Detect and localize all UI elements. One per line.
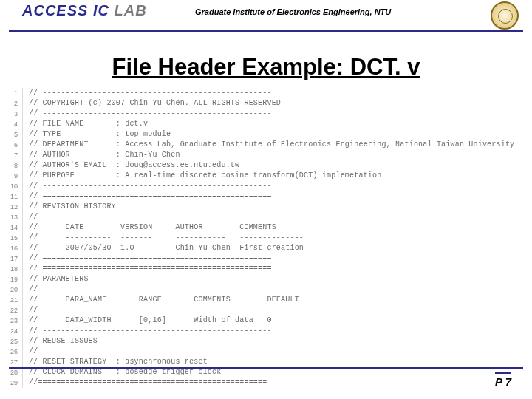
code-text: // (29, 284, 38, 295)
code-line: 9// PURPOSE : A real-time discrete cosin… (0, 171, 525, 181)
code-line: 22// ------------- -------- ------------… (0, 305, 525, 316)
code-text: // TYPE : top module (29, 129, 171, 140)
code-line: 4// FILE NAME : dct.v (0, 119, 525, 129)
code-line: 8// AUTHOR'S EMAIL : doug@access.ee.ntu.… (0, 160, 525, 171)
code-text: // =====================================… (29, 191, 272, 202)
line-number: 7 (0, 150, 23, 160)
code-text: // -------------------------------------… (29, 109, 272, 119)
lab-name: ACCESS IC LAB (22, 2, 147, 19)
code-line: 2// COPYRIGHT (c) 2007 Chin Yu Chen. ALL… (0, 98, 525, 109)
line-number: 24 (0, 326, 23, 336)
code-text: // COPYRIGHT (c) 2007 Chin Yu Chen. ALL … (29, 98, 281, 109)
code-line: 27// RESET STRATEGY : asynchronous reset (0, 357, 525, 367)
line-number: 4 (0, 119, 23, 129)
line-number: 9 (0, 171, 23, 181)
code-line: 17// ===================================… (0, 253, 525, 264)
code-line: 19// PARAMETERS (0, 274, 525, 284)
line-number: 6 (0, 140, 23, 150)
code-text: // PARA_NAME RANGE COMMENTS DEFAULT (29, 295, 299, 305)
code-line: 16// 2007/05/30 1.0 Chin-Yu Chen First c… (0, 243, 525, 253)
code-line: 12// REVISION HISTORY (0, 202, 525, 212)
code-text: // FILE NAME : dct.v (29, 119, 148, 129)
slide-header: ACCESS IC LAB Graduate Institute of Elec… (9, 0, 523, 32)
code-line: 29//====================================… (0, 378, 525, 388)
line-number: 22 (0, 305, 23, 316)
line-number: 13 (0, 212, 23, 222)
line-number: 16 (0, 243, 23, 253)
line-number: 1 (0, 88, 23, 98)
line-number: 8 (0, 160, 23, 171)
line-number: 3 (0, 109, 23, 119)
code-text: // -------------------------------------… (29, 181, 272, 191)
page-number: P 7 (495, 372, 511, 388)
line-number: 29 (0, 378, 23, 388)
slide-title: File Header Example: DCT. v (0, 54, 532, 81)
line-number: 17 (0, 253, 23, 264)
code-line: 26// (0, 347, 525, 357)
code-text: // DATE VERSION AUTHOR COMMENTS (29, 222, 276, 233)
lab-name-lab: LAB (114, 2, 146, 18)
line-number: 27 (0, 357, 23, 367)
line-number: 11 (0, 191, 23, 202)
code-text: // REVISION HISTORY (29, 202, 116, 212)
line-number: 14 (0, 222, 23, 233)
line-number: 15 (0, 233, 23, 243)
code-line: 3// ------------------------------------… (0, 109, 525, 119)
code-text: // 2007/05/30 1.0 Chin-Yu Chen First cre… (29, 243, 304, 253)
code-text: // -------------------------------------… (29, 88, 272, 98)
code-line: 25// REUSE ISSUES (0, 336, 525, 347)
line-number: 25 (0, 336, 23, 347)
code-line: 18// ===================================… (0, 264, 525, 274)
line-number: 12 (0, 202, 23, 212)
code-text: // REUSE ISSUES (29, 336, 98, 347)
code-line: 6// DEPARTMENT : Access Lab, Graduate In… (0, 140, 525, 150)
code-text: // ---------- ------- ----------- ------… (29, 233, 304, 243)
line-number: 26 (0, 347, 23, 357)
code-line: 23// DATA_WIDTH [0,16] Width of data 0 (0, 316, 525, 326)
lab-name-access: ACCESS IC (22, 2, 114, 18)
code-line: 20// (0, 284, 525, 295)
ntu-seal-icon (491, 1, 519, 30)
code-text: // DATA_WIDTH [0,16] Width of data 0 (29, 316, 272, 326)
line-number: 5 (0, 129, 23, 140)
code-text: // =====================================… (29, 253, 272, 264)
code-text: // (29, 347, 38, 357)
line-number: 21 (0, 295, 23, 305)
code-line: 15// ---------- ------- ----------- ----… (0, 233, 525, 243)
code-text: // =====================================… (29, 264, 272, 274)
code-line: 11// ===================================… (0, 191, 525, 202)
footer-rule (9, 367, 523, 369)
code-text: // ------------- -------- ------------- … (29, 305, 299, 316)
code-text: // AUTHOR : Chin-Yu Chen (29, 150, 180, 160)
code-line: 10// -----------------------------------… (0, 181, 525, 191)
code-line: 13// (0, 212, 525, 222)
line-number: 18 (0, 264, 23, 274)
code-line: 5// TYPE : top module (0, 129, 525, 140)
institute-name: Graduate Institute of Electronics Engine… (195, 7, 391, 16)
code-text: //======================================… (29, 378, 267, 388)
code-line: 24// -----------------------------------… (0, 326, 525, 336)
code-text: // -------------------------------------… (29, 326, 272, 336)
code-text: // DEPARTMENT : Access Lab, Graduate Ins… (29, 140, 514, 150)
line-number: 10 (0, 181, 23, 191)
line-number: 2 (0, 98, 23, 109)
code-line: 1// ------------------------------------… (0, 88, 525, 98)
code-text: // PURPOSE : A real-time discrete cosine… (29, 171, 381, 181)
line-number: 19 (0, 274, 23, 284)
code-text: // AUTHOR'S EMAIL : doug@access.ee.ntu.e… (29, 160, 239, 171)
code-line: 14// DATE VERSION AUTHOR COMMENTS (0, 222, 525, 233)
line-number: 23 (0, 316, 23, 326)
code-text: // RESET STRATEGY : asynchronous reset (29, 357, 208, 367)
code-listing: 1// ------------------------------------… (0, 88, 525, 388)
code-text: // (29, 212, 38, 222)
code-line: 7// AUTHOR : Chin-Yu Chen (0, 150, 525, 160)
code-line: 21// PARA_NAME RANGE COMMENTS DEFAULT (0, 295, 525, 305)
line-number: 20 (0, 284, 23, 295)
code-text: // PARAMETERS (29, 274, 89, 284)
